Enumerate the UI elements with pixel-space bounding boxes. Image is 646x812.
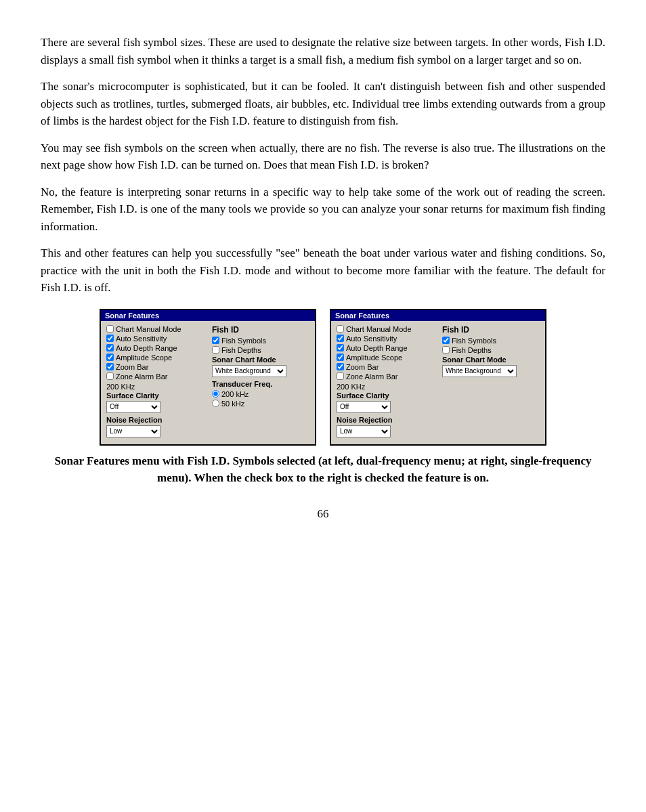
checkbox-amplitude-input-right[interactable]	[337, 354, 344, 361]
checkbox-auto-sensitivity-label-left: Auto Sensitivity	[116, 335, 167, 343]
checkbox-zoom-label-left: Zoom Bar	[116, 363, 148, 371]
noise-rejection-dropdown-left[interactable]: Low	[106, 425, 207, 437]
fish-id-label-left: Fish ID	[212, 325, 309, 335]
checkbox-auto-depth-input-left[interactable]	[106, 344, 114, 351]
fish-depths-label-left: Fish Depths	[221, 346, 261, 354]
checkbox-auto-sensitivity-left[interactable]: Auto Sensitivity	[106, 335, 207, 343]
page-number: 66	[41, 507, 605, 521]
checkbox-auto-depth-right[interactable]: Auto Depth Range	[337, 344, 437, 352]
checkbox-chart-manual-left[interactable]: Chart Manual Mode	[106, 325, 207, 333]
checkbox-amplitude-right[interactable]: Amplitude Scope	[337, 354, 437, 362]
checkbox-amplitude-label-left: Amplitude Scope	[116, 354, 172, 362]
freq-50-row-left[interactable]: 50 kHz	[212, 400, 309, 408]
surface-clarity-label-right: Surface Clarity	[337, 391, 437, 400]
khz-200-left: 200 KHz	[106, 383, 207, 391]
checkbox-amplitude-label-right: Amplitude Scope	[346, 354, 402, 362]
checkbox-auto-sensitivity-label-right: Auto Sensitivity	[346, 335, 397, 343]
checkbox-zone-right[interactable]: Zone Alarm Bar	[337, 372, 437, 381]
checkbox-chart-manual-label-right: Chart Manual Mode	[346, 325, 412, 333]
freq-50-radio-left[interactable]	[212, 400, 219, 407]
fish-symbols-label-left: Fish Symbols	[221, 337, 266, 345]
sonar-chart-label-right: Sonar Chart Mode	[442, 356, 540, 364]
noise-rejection-select-right[interactable]: Low	[337, 425, 391, 437]
fish-symbols-row-right[interactable]: Fish Symbols	[442, 337, 540, 345]
freq-200-radio-left[interactable]	[212, 390, 219, 398]
fish-depths-label-right: Fish Depths	[452, 346, 492, 354]
paragraph-2: The sonar's microcomputer is sophisticat…	[41, 78, 605, 130]
paragraph-3: You may see fish symbols on the screen w…	[41, 140, 605, 174]
checkbox-zone-label-right: Zone Alarm Bar	[346, 372, 397, 381]
freq-50-label-left: 50 kHz	[221, 400, 244, 408]
sonar-chart-select-right[interactable]: White Background	[442, 365, 517, 377]
checkbox-zone-input-left[interactable]	[106, 372, 114, 380]
freq-200-label-left: 200 kHz	[221, 390, 249, 398]
checkbox-zone-left[interactable]: Zone Alarm Bar	[106, 372, 207, 381]
checkbox-chart-manual-input-right[interactable]	[337, 325, 344, 333]
paragraph-1: There are several fish symbol sizes. The…	[41, 34, 605, 68]
checkbox-zoom-label-right: Zoom Bar	[346, 363, 379, 371]
fish-depths-checkbox-left[interactable]	[212, 346, 219, 354]
dialogs-container: Sonar Features Chart Manual Mode Auto Se…	[41, 309, 605, 446]
surface-clarity-dropdown-right[interactable]: Off	[337, 401, 437, 413]
fish-depths-checkbox-right[interactable]	[442, 346, 450, 354]
checkbox-chart-manual-input-left[interactable]	[106, 325, 114, 333]
noise-rejection-dropdown-right[interactable]: Low	[337, 425, 437, 437]
checkbox-auto-depth-input-right[interactable]	[337, 344, 344, 351]
fish-depths-row-right[interactable]: Fish Depths	[442, 346, 540, 354]
checkbox-zone-label-left: Zone Alarm Bar	[116, 372, 167, 381]
checkbox-zoom-left[interactable]: Zoom Bar	[106, 363, 207, 371]
checkbox-amplitude-input-left[interactable]	[106, 354, 114, 361]
checkbox-auto-sensitivity-input-left[interactable]	[106, 335, 114, 342]
checkbox-zone-input-right[interactable]	[337, 372, 344, 380]
checkbox-zoom-right[interactable]: Zoom Bar	[337, 363, 437, 371]
checkbox-chart-manual-label-left: Chart Manual Mode	[116, 325, 181, 333]
fish-id-label-right: Fish ID	[442, 325, 540, 335]
checkbox-amplitude-left[interactable]: Amplitude Scope	[106, 354, 207, 362]
fish-symbols-row-left[interactable]: Fish Symbols	[212, 337, 309, 345]
surface-clarity-select-left[interactable]: Off	[106, 401, 160, 413]
noise-rejection-label-left: Noise Rejection	[106, 416, 207, 424]
dialog-right: Sonar Features Chart Manual Mode Auto Se…	[330, 309, 546, 446]
sonar-chart-select-left[interactable]: White Background	[212, 365, 286, 377]
fish-symbols-checkbox-right[interactable]	[442, 337, 450, 344]
caption: Sonar Features menu with Fish I.D. Symbo…	[41, 452, 605, 487]
noise-rejection-select-left[interactable]: Low	[106, 425, 160, 437]
fish-depths-row-left[interactable]: Fish Depths	[212, 346, 309, 354]
checkbox-auto-sensitivity-input-right[interactable]	[337, 335, 344, 342]
checkbox-zoom-input-right[interactable]	[337, 363, 344, 370]
paragraph-5: This and other features can help you suc…	[41, 244, 605, 297]
checkbox-auto-depth-left[interactable]: Auto Depth Range	[106, 344, 207, 352]
noise-rejection-label-right: Noise Rejection	[337, 416, 437, 424]
khz-200-right: 200 KHz	[337, 383, 437, 391]
checkbox-chart-manual-right[interactable]: Chart Manual Mode	[337, 325, 437, 333]
paragraph-4: No, the feature is interpreting sonar re…	[41, 184, 605, 236]
surface-clarity-select-right[interactable]: Off	[337, 401, 391, 413]
sonar-chart-dropdown-right[interactable]: White Background	[442, 365, 540, 377]
dialog-left-title: Sonar Features	[101, 310, 315, 321]
freq-200-row-left[interactable]: 200 kHz	[212, 390, 309, 398]
transducer-label-left: Transducer Freq.	[212, 380, 309, 388]
checkbox-auto-sensitivity-right[interactable]: Auto Sensitivity	[337, 335, 437, 343]
surface-clarity-dropdown-left[interactable]: Off	[106, 401, 207, 413]
dialog-left: Sonar Features Chart Manual Mode Auto Se…	[100, 309, 316, 446]
dialog-right-title: Sonar Features	[331, 310, 545, 321]
checkbox-zoom-input-left[interactable]	[106, 363, 114, 370]
sonar-chart-dropdown-left[interactable]: White Background	[212, 365, 309, 377]
fish-symbols-checkbox-left[interactable]	[212, 337, 219, 344]
sonar-chart-label-left: Sonar Chart Mode	[212, 356, 309, 364]
surface-clarity-label-left: Surface Clarity	[106, 391, 207, 400]
checkbox-auto-depth-label-right: Auto Depth Range	[346, 344, 408, 352]
fish-symbols-label-right: Fish Symbols	[452, 337, 496, 345]
checkbox-auto-depth-label-left: Auto Depth Range	[116, 344, 177, 352]
